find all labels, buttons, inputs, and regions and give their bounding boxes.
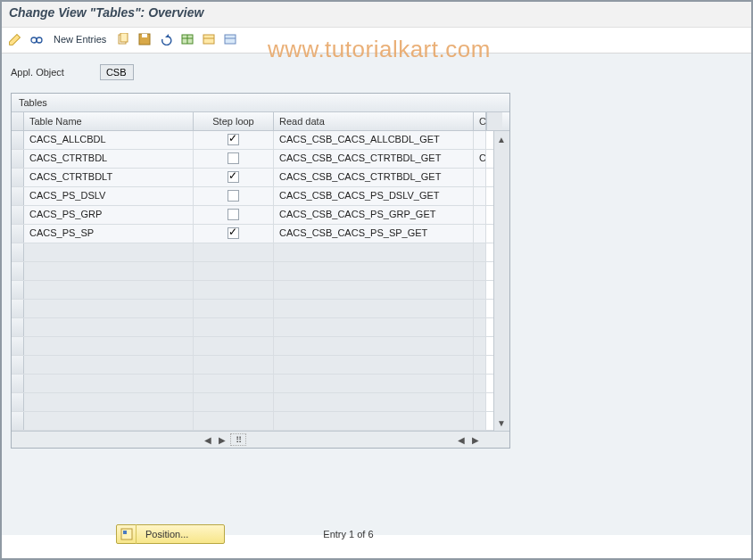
position-label: Position...: [137, 529, 224, 539]
cell-name[interactable]: CACS_CTRTBDL: [24, 150, 194, 168]
cell-c[interactable]: C: [474, 150, 486, 168]
row-handle[interactable]: [12, 337, 24, 355]
cell-name[interactable]: CACS_CTRTBDLT: [24, 169, 194, 186]
svg-rect-6: [142, 34, 147, 37]
cell-read[interactable]: CACS_CSB_CACS_CTRTBDL_GET: [274, 150, 474, 168]
row-handle[interactable]: [12, 150, 24, 168]
table-row-empty: [12, 375, 509, 393]
table-row-empty: [12, 356, 509, 375]
hscroll-left-icon[interactable]: ◀: [202, 433, 214, 446]
undo-icon[interactable]: [158, 31, 174, 47]
table-row[interactable]: CACS_PS_DSLVCACS_CSB_CACS_PS_DSLV_GET: [12, 187, 509, 206]
entry-count-label: Entry 1 of 6: [323, 529, 373, 539]
cell-step[interactable]: [194, 131, 274, 149]
cell-name[interactable]: CACS_PS_SP: [24, 225, 194, 243]
cell-c[interactable]: [474, 169, 486, 186]
change-icon[interactable]: [7, 31, 23, 47]
row-handle[interactable]: [12, 412, 24, 430]
cell-step[interactable]: [194, 225, 274, 243]
page-title: Change View "Tables": Overview: [9, 5, 744, 20]
content-area: Appl. Object CSB Tables Table Name Step …: [0, 54, 753, 535]
hscroll-right2-icon[interactable]: ▶: [469, 433, 482, 446]
step-checkbox[interactable]: [228, 209, 239, 220]
tables-panel: Tables Table Name Step loop Read data C …: [11, 93, 510, 449]
row-handle[interactable]: [12, 300, 24, 317]
svg-point-0: [31, 37, 37, 43]
cell-read[interactable]: CACS_CSB_CACS_PS_SP_GET: [274, 225, 474, 243]
row-handle[interactable]: [12, 225, 24, 243]
cell-step[interactable]: [194, 150, 274, 168]
step-checkbox[interactable]: [228, 190, 239, 202]
cell-name[interactable]: CACS_PS_GRP: [24, 206, 194, 224]
table-row[interactable]: CACS_PS_GRPCACS_CSB_CACS_PS_GRP_GET: [12, 206, 509, 225]
grid-body: CACS_ALLCBDLCACS_CSB_CACS_ALLCBDL_GETCAC…: [12, 131, 509, 431]
position-button[interactable]: Position...: [116, 524, 225, 544]
hscroll-right-icon[interactable]: ▶: [216, 433, 228, 446]
svg-point-1: [37, 37, 42, 43]
table-row-empty: [12, 318, 509, 337]
table-row-empty: [12, 300, 509, 318]
cell-name[interactable]: CACS_PS_DSLV: [24, 187, 194, 205]
deselect-all-icon[interactable]: [222, 31, 238, 47]
row-handle[interactable]: [12, 243, 24, 261]
col-header-step[interactable]: Step loop: [194, 112, 274, 130]
cell-read[interactable]: CACS_CSB_CACS_ALLCBDL_GET: [274, 131, 474, 149]
row-handle[interactable]: [12, 169, 24, 186]
cell-read[interactable]: CACS_CSB_CACS_CTRTBDL_GET: [274, 169, 474, 186]
row-handle[interactable]: [12, 393, 24, 411]
col-header-read[interactable]: Read data: [274, 112, 474, 130]
cell-step[interactable]: [194, 169, 274, 186]
cell-name[interactable]: CACS_ALLCBDL: [24, 131, 194, 149]
grid: Table Name Step loop Read data C CACS_AL…: [12, 112, 509, 448]
cell-c[interactable]: [474, 206, 486, 224]
table-row[interactable]: CACS_PS_SPCACS_CSB_CACS_PS_SP_GET: [12, 225, 509, 243]
copy-icon[interactable]: [115, 31, 131, 47]
table-row[interactable]: CACS_CTRTBDLCACS_CSB_CACS_CTRTBDL_GETC: [12, 150, 509, 169]
row-handle[interactable]: [12, 375, 24, 392]
cell-read[interactable]: CACS_CSB_CACS_PS_GRP_GET: [274, 206, 474, 224]
save-icon[interactable]: [137, 31, 153, 47]
table-row-empty: [12, 243, 509, 262]
row-handle[interactable]: [12, 262, 24, 280]
panel-title: Tables: [12, 94, 509, 112]
row-handle[interactable]: [12, 318, 24, 336]
col-header-name[interactable]: Table Name: [24, 112, 194, 130]
table-row-empty: [12, 393, 509, 412]
hscroll-config-icon[interactable]: ⠿: [230, 433, 246, 446]
scroll-down-icon[interactable]: ▼: [495, 416, 508, 429]
glasses-icon[interactable]: [29, 31, 45, 47]
appl-object-input[interactable]: CSB: [100, 64, 134, 80]
cell-c[interactable]: [474, 131, 486, 149]
hscroll-left2-icon[interactable]: ◀: [455, 433, 468, 446]
grid-header: Table Name Step loop Read data C: [12, 112, 509, 131]
appl-object-label: Appl. Object: [11, 67, 64, 78]
appl-object-row: Appl. Object CSB: [11, 64, 742, 80]
row-handle[interactable]: [12, 131, 24, 149]
step-checkbox[interactable]: [228, 152, 239, 164]
step-checkbox[interactable]: [228, 134, 239, 145]
table-row[interactable]: CACS_CTRTBDLTCACS_CSB_CACS_CTRTBDL_GET: [12, 169, 509, 187]
cell-read[interactable]: CACS_CSB_CACS_PS_DSLV_GET: [274, 187, 474, 205]
horizontal-scrollbar[interactable]: ◀ ▶ ⠿ ◀ ▶: [12, 431, 509, 448]
row-handle[interactable]: [12, 187, 24, 205]
cell-step[interactable]: [194, 206, 274, 224]
step-checkbox[interactable]: [228, 171, 239, 183]
scroll-up-icon[interactable]: ▲: [495, 133, 508, 145]
row-handle[interactable]: [12, 206, 24, 224]
table-row-empty: [12, 262, 509, 281]
vertical-scrollbar[interactable]: ▲ ▼: [493, 131, 509, 431]
row-handle[interactable]: [12, 281, 24, 299]
row-handle[interactable]: [12, 356, 24, 374]
table-row[interactable]: CACS_ALLCBDLCACS_CSB_CACS_ALLCBDL_GET: [12, 131, 509, 150]
step-checkbox[interactable]: [228, 227, 239, 239]
cell-step[interactable]: [194, 187, 274, 205]
cell-c[interactable]: [474, 187, 486, 205]
cell-c[interactable]: [474, 225, 486, 243]
svg-rect-4: [120, 33, 128, 42]
col-header-c[interactable]: C: [474, 112, 486, 130]
table-row-empty: [12, 281, 509, 300]
select-all-icon[interactable]: [201, 31, 217, 47]
table-icon[interactable]: [179, 31, 195, 47]
new-entries-button[interactable]: New Entries: [50, 34, 110, 45]
title-bar: Change View "Tables": Overview: [0, 0, 753, 28]
